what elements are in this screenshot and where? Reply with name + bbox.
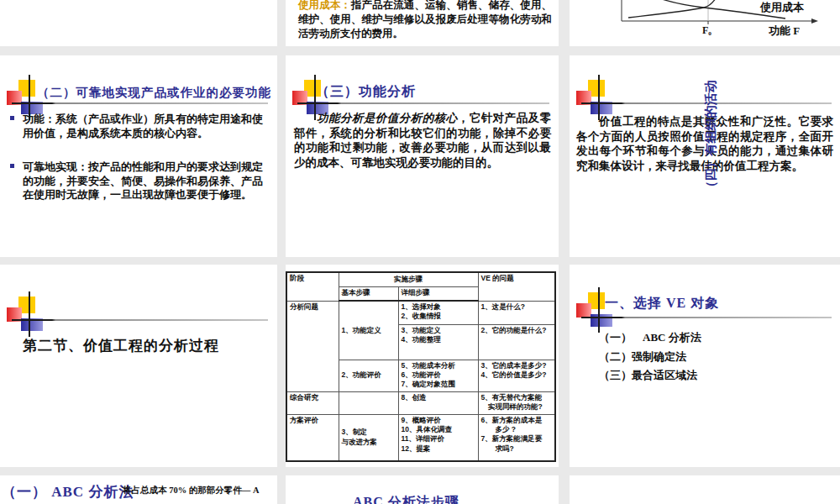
table-cell: 1、功能定义 [339, 301, 398, 360]
table-header-basic: 基本步骤 [339, 286, 398, 301]
slide-thumbnail-8[interactable]: 阶段 实施步骤 VE 的问题 基本步骤 详细步骤 分析问题 1、功能定义 1、选… [286, 265, 559, 467]
cost-definition-lead: 使用成本： [298, 0, 351, 11]
table-cell: 2、它的功能是什么? [478, 324, 555, 360]
bullet-square-icon [10, 164, 14, 168]
slide-title: （一） ABC 分析法 [2, 482, 134, 501]
table-cell: 9、概略评价 10、具体化调查 11、详细评价 12、提案 [398, 414, 478, 461]
list-item: （二）强制确定法 [599, 348, 701, 367]
table-header-detail: 详细步骤 [398, 286, 478, 301]
cost-definition-paragraph: 使用成本：指产品在流通、运输、销售、储存、使用、维护、使用、维护与维修以及报废后… [298, 0, 552, 41]
slide-thumbnail-5[interactable]: （三）功能分析 功能分析是价值分析的核心，它针对产品及零部件，系统的分析和比较它… [286, 55, 559, 257]
list-item: （三）最合适区域法 [599, 366, 701, 386]
axis-arrow-icon [811, 18, 818, 24]
vertical-line [29, 291, 30, 337]
bullet-item: 可靠地实现：按产品的性能和用户的要求达到规定的功能，并要安全、简便、易操作和易保… [10, 160, 269, 202]
table-cell: 1、选择对象 2、收集情报 [398, 301, 478, 324]
table-cell: 综合研究 [286, 391, 339, 414]
table-header-ve: VE 的问题 [478, 272, 555, 301]
table-cell: 3、它的成本是多少? 4、它的价值是多少? [478, 360, 555, 391]
table-cell: 5、有无替代方案能 实现同样的功能? [478, 391, 555, 414]
table-cell: 2、功能评价 [339, 360, 398, 391]
paragraph-lead: 功能分析是价值分析的核心 [317, 112, 458, 124]
slide-title: （二）可靠地实现产品或作业的必要功能 [37, 85, 271, 101]
slide-thumbnail-6[interactable]: 价值工程的特点是其群众性和广泛性。它要求各个方面的人员按照价值工程的规定程序，全… [570, 55, 840, 257]
table-cell: 8、创造 [398, 391, 478, 414]
list-item: （一） ABC 分析法 [599, 328, 701, 348]
title-rule [12, 319, 268, 321]
slide-thumbnail-12[interactable] [570, 475, 840, 504]
bullet-text: 系统（产品或作业）所具有的特定用途和使用价值，是构成系统本质的核心内容。 [23, 113, 263, 139]
function-axis-label: 功能 F [768, 24, 800, 37]
title-rule [297, 102, 549, 104]
ve-process-table: 阶段 实施步骤 VE 的问题 基本步骤 详细步骤 分析问题 1、功能定义 1、选… [286, 271, 556, 462]
section-title: 第二节、价值工程的分析过程 [23, 336, 219, 355]
slide-thumbnail-4[interactable]: （二）可靠地实现产品或作业的必要功能 功能：系统（产品或作业）所具有的特定用途和… [0, 55, 277, 257]
table-cell: 5、功能成本分析 6、功能评价 7、确定对象范围 [398, 360, 478, 391]
table-cell: 6、新方案的成本是 多少 ? 7、新方案能满足要 求吗? [478, 414, 555, 461]
title-rule [12, 102, 268, 104]
slide-thumbnail-3[interactable]: 使用成本 F₀ 功能 F [570, 0, 840, 46]
title-rule [581, 317, 832, 318]
table-cell: 分析问题 [286, 301, 339, 391]
red-square-icon [576, 303, 591, 318]
table-cell: 3、功能定义 4、功能整理 [398, 324, 478, 360]
slide-thumbnail-9[interactable]: 一、选择 VE 对象 （一） ABC 分析法 （二）强制确定法 （三）最合适区域… [570, 265, 840, 467]
table-header-steps: 实施步骤 [339, 272, 478, 286]
slide-title: （三）功能分析 [316, 83, 416, 101]
bullet-item: 功能：系统（产品或作业）所具有的特定用途和使用价值，是构成系统本质的核心内容。 [10, 113, 269, 140]
slide-accent-logo [7, 297, 50, 339]
bullet-lead: 可靠地实现： [23, 160, 88, 173]
slide-thumbnail-2[interactable]: 使用成本：指产品在流通、运输、销售、储存、使用、维护、使用、维护与维修以及报废后… [286, 0, 559, 46]
f0-label: F₀ [702, 24, 711, 36]
table-cell: 1、这是什么? [478, 301, 555, 324]
abc-side-note: 将占总成本 70% 的那部分零件— A [123, 485, 259, 496]
cost-function-chart: 使用成本 F₀ 功能 F [616, 0, 822, 42]
slide-sorter-view: 使用成本：指产品在流通、运输、销售、储存、使用、维护、使用、维护与维修以及报废后… [0, 0, 840, 504]
use-cost-label: 使用成本 [759, 1, 805, 13]
bullet-square-icon [10, 116, 14, 120]
slide-thumbnail-7[interactable]: 第二节、价值工程的分析过程 [0, 265, 277, 467]
table-cell: 3、制定 与改进方案 [339, 414, 398, 461]
table-cell [339, 391, 398, 414]
slide-thumbnail-1[interactable] [0, 0, 277, 46]
table-header-stage: 阶段 [286, 272, 339, 301]
slide-thumbnail-11[interactable]: ABC 分析法步骤 [286, 475, 559, 504]
slide-title: 一、选择 VE 对象 [605, 295, 719, 312]
table-cell: 方案评价 [286, 414, 339, 461]
slide-thumbnail-10[interactable]: （一） ABC 分析法 将占总成本 70% 的那部分零件— A [0, 475, 277, 504]
vertical-line [598, 75, 600, 120]
bullet-lead: 功能： [23, 113, 55, 125]
vertical-slide-title: （四）有组织的活动 [703, 70, 717, 204]
slide-title-partial: ABC 分析法步骤 [353, 494, 459, 504]
vertical-line [598, 287, 600, 333]
